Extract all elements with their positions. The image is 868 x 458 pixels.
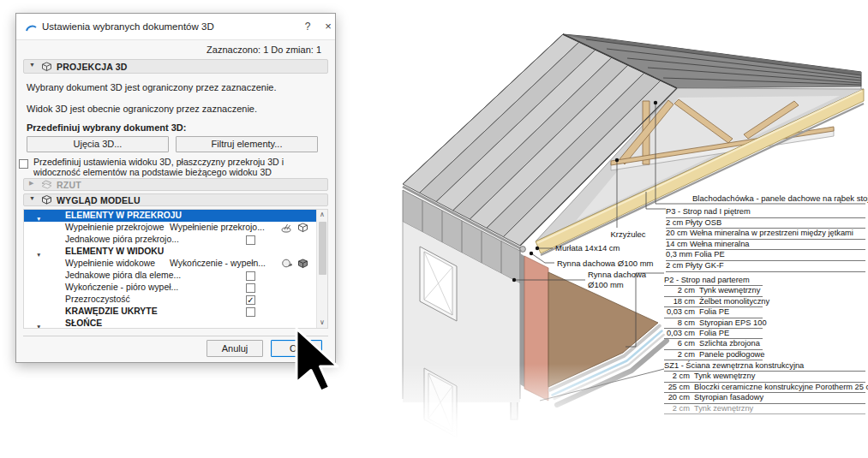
help-button[interactable]: ? bbox=[299, 19, 316, 34]
cancel-button[interactable]: Anuluj bbox=[207, 340, 263, 357]
row-checkbox[interactable] bbox=[246, 283, 255, 293]
scrollbar-thumb[interactable] bbox=[319, 222, 326, 275]
close-button[interactable]: × bbox=[320, 19, 337, 34]
dialog-3d-document-settings: Ustawienia wybranych dokumentów 3D ? × Z… bbox=[15, 13, 336, 363]
label-rynna-1: Rynna dachowa Ø100 mm bbox=[557, 259, 653, 269]
tree-row-slonce[interactable]: ▼ SŁOŃCE bbox=[24, 318, 317, 329]
label-krzyzulec: Krzyżulec bbox=[593, 229, 663, 240]
footer-divider bbox=[23, 336, 328, 336]
table-row: 20 cm Wełna mineralna w przestrzeni międ… bbox=[666, 229, 865, 240]
table-row: 25 cmBloczki ceramiczne konstrukcyjne Po… bbox=[664, 383, 865, 393]
tree-row-krawedzie-ukryte[interactable]: KRAWĘDZIE UKRYTE bbox=[24, 306, 317, 318]
row-checkbox[interactable] bbox=[246, 271, 255, 281]
table-row-title: P3 - Strop nad I piętrem bbox=[666, 207, 865, 218]
section-title: RZUT bbox=[57, 180, 81, 190]
table-row: 2 cm Płyty OSB bbox=[666, 218, 865, 229]
floorplan-icon bbox=[40, 179, 53, 190]
layer-table-p2: P2 - Strop nad parterem 2 cmTynk wewnętr… bbox=[664, 276, 763, 360]
cube-filled-icon[interactable] bbox=[297, 259, 308, 269]
table-row: 14 cm Wełna mineralna bbox=[666, 240, 865, 251]
table-row: 2 cm Płyty GK-F bbox=[666, 261, 865, 272]
table-row-title: P2 - Strop nad parterem bbox=[664, 276, 763, 286]
label-blachodachowka: Blachodachówka - panele dachowe na rąbek… bbox=[692, 193, 868, 204]
section-projekcja-3d[interactable]: ▼ PROJEKCJA 3D bbox=[23, 59, 328, 74]
table-row-title: SZ1 - Ściana zewnętrzna konstrukcyjna bbox=[664, 361, 865, 372]
value-dropdown[interactable]: Wykończenie - wypełn... bbox=[170, 258, 266, 270]
chevron-down-icon: ▼ bbox=[29, 195, 35, 201]
label-rynna-2-line2: Ø100 mm bbox=[588, 280, 624, 290]
table-row: 6 cmSzlichta zbrojona bbox=[664, 339, 763, 349]
table-row: 2 cmTynk wewnętrzny bbox=[664, 372, 865, 382]
table-row: 0,03 cmFolia PE bbox=[664, 307, 763, 318]
table-row: 0,3 mm Folia PE bbox=[666, 250, 865, 261]
table-row: 18 cmŻelbet monolityczny bbox=[664, 297, 763, 307]
tree-row-wykonczenie-pioro[interactable]: Wykończenie - pióro wypeł... bbox=[24, 282, 317, 294]
layer-table-sz1: SZ1 - Ściana zewnętrzna konstrukcyjna 2 … bbox=[664, 361, 865, 414]
tree-row-jednakowe-piora-dla-elementow[interactable]: Jednakowe pióra dla eleme... bbox=[24, 270, 317, 283]
archicad-logo-icon bbox=[25, 21, 38, 33]
override-checkbox[interactable] bbox=[19, 159, 28, 169]
scrollbar[interactable]: ∧ ∨ bbox=[316, 210, 327, 328]
surface-pencil-icon[interactable] bbox=[281, 259, 294, 269]
model-cube-icon bbox=[40, 194, 53, 205]
tree-row-wypelnienie-przekrojowe[interactable]: Wypełnienie przekrojowe Wypełnienie prze… bbox=[24, 222, 317, 235]
section-rzut[interactable]: ▶ RZUT bbox=[23, 178, 328, 191]
bottom-fade bbox=[377, 364, 663, 458]
cube-outline-icon[interactable] bbox=[297, 223, 308, 233]
section-title: PROJEKCJA 3D bbox=[57, 62, 128, 72]
tree-row-przezroczystosc[interactable]: Przezroczystość ✓ bbox=[24, 294, 317, 306]
row-checkbox[interactable] bbox=[246, 235, 255, 245]
chevron-down-icon: ▼ bbox=[29, 62, 35, 68]
chevron-down-icon: ▼ bbox=[36, 321, 41, 330]
table-row: 20 cmStyropian fasadowy bbox=[664, 393, 865, 403]
filter-elements-button[interactable]: Filtruj elementy... bbox=[176, 136, 318, 152]
3d-cutaway-drawing: Blachodachówka - panele dachowe na rąbek… bbox=[377, 0, 868, 458]
pen-set-icon[interactable] bbox=[281, 223, 294, 233]
dialog-titlebar[interactable]: Ustawienia wybranych dokumentów 3D ? × bbox=[16, 14, 335, 40]
section-title: WYGLĄD MODELU bbox=[57, 195, 141, 205]
views-3d-button[interactable]: Ujęcia 3D... bbox=[27, 136, 169, 152]
info-line-2: Widok 3D jest obecnie ograniczony przez … bbox=[27, 104, 257, 114]
table-row: 0,03 cmFolia PE bbox=[664, 329, 763, 339]
section-wyglad-modelu[interactable]: ▼ WYGLĄD MODELU bbox=[23, 193, 328, 206]
table-row: 2 cmPanele podłogowe bbox=[664, 350, 763, 360]
tree-row-elementy-w-widoku[interactable]: ▼ ELEMENTY W WIDOKU bbox=[24, 246, 317, 259]
redefine-label: Przedefiniuj wybrany dokument 3D: bbox=[27, 122, 186, 133]
info-line-1: Wybrany dokument 3D jest ograniczony prz… bbox=[27, 82, 277, 92]
label-murlata: Murłata 14x14 cm bbox=[555, 243, 620, 253]
dialog-title: Ustawienia wybranych dokumentów 3D bbox=[42, 21, 214, 32]
projection-3d-icon bbox=[40, 61, 53, 73]
selection-status: Zaznaczono: 1 Do zmian: 1 bbox=[207, 45, 321, 55]
chevron-right-icon: ▶ bbox=[29, 180, 33, 187]
screenshot-root: Ustawienia wybranych dokumentów 3D ? × Z… bbox=[0, 0, 868, 458]
tree-row-wypelnienie-widokowe[interactable]: Wypełnienie widokowe Wykończenie - wypeł… bbox=[24, 258, 317, 271]
row-checkbox-checked[interactable]: ✓ bbox=[246, 295, 255, 305]
model-appearance-tree: ▼ ELEMENTY W PRZEKROJU Wypełnienie przek… bbox=[23, 209, 328, 329]
table-row: 8 cmStyropian EPS 100 bbox=[664, 318, 763, 329]
row-checkbox[interactable] bbox=[246, 307, 255, 317]
tree-row-elementy-w-przekroju[interactable]: ▼ ELEMENTY W PRZEKROJU bbox=[24, 210, 317, 223]
label-rynna-2-line1: Rynna dachowa bbox=[588, 270, 646, 280]
override-checkbox-label: Przedefiniuj ustawienia widoku 3D, płasz… bbox=[33, 158, 328, 177]
scroll-up-icon[interactable]: ∧ bbox=[317, 210, 327, 220]
tree-row-jednakowe-piora-przekroju[interactable]: Jednakowe pióra przekrojo... bbox=[24, 234, 317, 247]
table-row: 2 cmTynk wewnętrzny bbox=[664, 286, 763, 296]
layer-table-p3: P3 - Strop nad I piętrem 2 cm Płyty OSB … bbox=[666, 207, 865, 272]
scroll-down-icon[interactable]: ∨ bbox=[317, 318, 327, 328]
table-row: 2 cmTynk zewnętrzny bbox=[664, 404, 865, 414]
ok-button[interactable]: OK bbox=[271, 340, 322, 357]
value-dropdown[interactable]: Wypełnienie przekrojo... bbox=[170, 222, 265, 234]
